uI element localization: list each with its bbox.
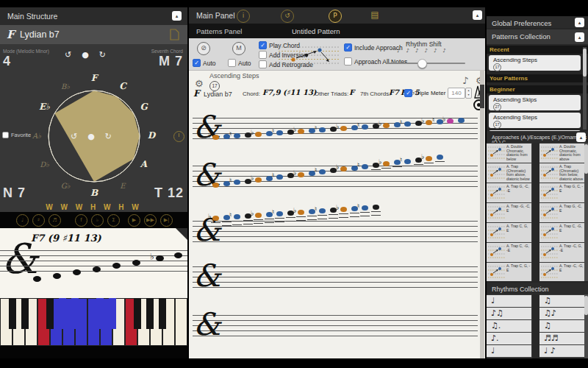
transport-button-8[interactable]: ▶| [160, 214, 173, 227]
transport-button-5[interactable]: Σ [107, 214, 120, 227]
black-key-11[interactable] [146, 298, 154, 329]
transport-button-6[interactable]: ▶ [128, 214, 140, 227]
note-label-Db[interactable]: D♭ [40, 160, 49, 169]
black-key-10[interactable] [134, 298, 141, 329]
auto-play-checkbox[interactable]: Auto [193, 59, 216, 67]
note-label-Bb[interactable]: B♭ [61, 82, 70, 91]
undo-icon[interactable]: ↺ [281, 10, 294, 23]
metronome-toggle-icon[interactable]: M [232, 42, 245, 55]
approach-card[interactable]: A. Trap G, C, -E [539, 183, 584, 202]
black-key-5[interactable] [71, 298, 79, 329]
approach-card[interactable]: A. Trap G, -C, E [539, 203, 584, 222]
section-header-your-patterns[interactable]: Your Patterns [487, 74, 588, 82]
section-header-recent[interactable]: Recent [487, 46, 588, 54]
tempo-stepper[interactable]: ▴▾ [465, 88, 472, 99]
note-label-Ab[interactable]: A♭ [32, 132, 41, 140]
collapse-button[interactable]: ▴ [576, 132, 586, 142]
favorite-checkbox[interactable]: Favorite [2, 132, 31, 138]
black-key-12[interactable] [159, 298, 166, 329]
transport-button-3[interactable]: f [75, 214, 87, 227]
note-label-Eb[interactable]: E♭ [39, 102, 50, 112]
rhythm-card[interactable]: ♪. [487, 333, 531, 344]
pattern-gear-icon[interactable]: ⚙ [195, 78, 204, 89]
patterns-scrollbar[interactable] [583, 47, 587, 130]
pattern-card[interactable]: Ascending Skips27 [489, 95, 581, 110]
note-label-B[interactable]: B [90, 188, 98, 198]
approach-card[interactable]: A. Trap C, G, -E [487, 263, 531, 281]
document-name[interactable]: Untitled Pattern [292, 27, 340, 35]
scale-selector[interactable]: F Lydian b7 [0, 25, 187, 44]
rhythm-card[interactable]: ♬♬ [539, 333, 584, 344]
black-key-0[interactable] [9, 298, 16, 329]
rotate-icon-reset[interactable]: ● [87, 132, 105, 141]
score-scrollbar[interactable] [480, 70, 484, 358]
pattern-card[interactable]: Ascending Steps17 [489, 55, 581, 71]
transport-button-7[interactable]: ▶▶ [144, 214, 157, 227]
approach-card[interactable]: A. Trap C, G, E [487, 223, 531, 242]
rhythm-card[interactable]: ♩ ♪ [539, 345, 584, 357]
transport-button-1[interactable]: ♯ [32, 214, 45, 227]
approach-card[interactable]: A. Trap C, -G, -E [487, 243, 531, 262]
rhythm-card[interactable]: ♫ [539, 320, 584, 332]
rhythm-card[interactable]: ♫♪ [539, 308, 584, 319]
collapse-button[interactable]: ▴ [473, 10, 482, 20]
rhythms-scrollbar-thumb[interactable] [584, 296, 588, 315]
note-label-F[interactable]: F [91, 73, 99, 83]
collapse-button[interactable]: ▴ [172, 11, 182, 21]
transport-button-4[interactable]: ♭ [91, 214, 104, 227]
approach-card[interactable]: A. Trap -G, -C, E [487, 203, 531, 222]
approach-card[interactable]: A. Double Chromatic, diatonic from above [539, 144, 584, 163]
patterns-scrollbar-thumb[interactable] [583, 49, 587, 77]
rhythm-card[interactable]: ♪♫ [487, 308, 531, 319]
note-label-A[interactable]: A [140, 159, 148, 169]
export-icon[interactable] [169, 29, 180, 40]
piano-keyboard[interactable] [0, 298, 187, 346]
collapse-button[interactable]: ▴ [575, 18, 584, 27]
collapse-button[interactable]: ▴ [575, 32, 584, 42]
tempo-field[interactable]: 140 [448, 88, 465, 99]
black-key-1[interactable] [21, 298, 29, 329]
note-label-Gb[interactable]: G♭ [61, 182, 71, 190]
triple-meter-checkbox[interactable]: Triple Meter [404, 89, 445, 97]
rhythms-scrollbar[interactable] [584, 294, 588, 358]
approaches-scrollbar-thumb[interactable] [584, 144, 588, 174]
white-key-14[interactable] [175, 298, 187, 346]
approach-all-notes-checkbox[interactable]: Approach All Notes [344, 57, 407, 66]
include-approach-checkbox[interactable]: Include Approach [344, 43, 403, 52]
rotate-icon-cw[interactable]: ↻ [105, 132, 122, 141]
rhythm-shift-thumb[interactable] [417, 59, 427, 68]
transport-button-0[interactable]: ♩ [16, 214, 29, 227]
black-key-4[interactable] [59, 298, 66, 329]
rhythm-card[interactable]: ♫. [487, 320, 531, 332]
clock-icon[interactable] [173, 131, 184, 142]
black-key-8[interactable] [109, 298, 116, 329]
black-key-3[interactable] [46, 298, 54, 329]
rhythm-card[interactable]: ♩ [487, 345, 531, 357]
auto-metronome-checkbox[interactable]: Auto [228, 59, 251, 67]
tab-patterns-panel[interactable]: Patterns Panel [196, 27, 242, 35]
patterns-mode-icon[interactable]: P [329, 10, 342, 23]
transport-button-2[interactable]: ♬ [49, 214, 61, 227]
approach-card[interactable]: A. Double Chromatic, diatonic from below [487, 144, 531, 163]
score-scrollbar-thumb[interactable] [480, 85, 484, 108]
rhythm-card[interactable]: ♩ [487, 295, 531, 307]
rotate-controls-center[interactable]: ↺●↻ [71, 132, 122, 141]
approach-card[interactable]: A. Trap G, -C, -E [487, 183, 531, 202]
approach-card[interactable]: A. Trap C, -G, E [539, 223, 584, 242]
info-icon[interactable]: i [237, 10, 250, 23]
play-chord-icon[interactable]: ⊘ [197, 42, 210, 55]
document-icon[interactable]: ▤ [369, 10, 381, 21]
approach-card[interactable]: A. Trap -C, G, -E [539, 243, 584, 262]
section-header-beginner[interactable]: Beginner [487, 85, 588, 93]
note-label-G[interactable]: G [140, 102, 148, 112]
rotate-icon-ccw[interactable]: ↺ [71, 132, 87, 141]
note-label-D[interactable]: D [148, 130, 157, 141]
rhythm-card[interactable]: ♫ [539, 295, 584, 307]
page-curl-icon[interactable] [176, 228, 187, 240]
approaches-scrollbar[interactable] [584, 143, 588, 281]
approach-card[interactable]: A. Trap (Chromatic) from below, diatonic… [539, 163, 584, 183]
note-settings-icon[interactable]: ♪ [462, 75, 468, 86]
favorite-box[interactable] [2, 132, 9, 138]
black-key-7[interactable] [96, 298, 104, 329]
approach-card[interactable]: A. Trap -C, -G, E [539, 263, 584, 281]
